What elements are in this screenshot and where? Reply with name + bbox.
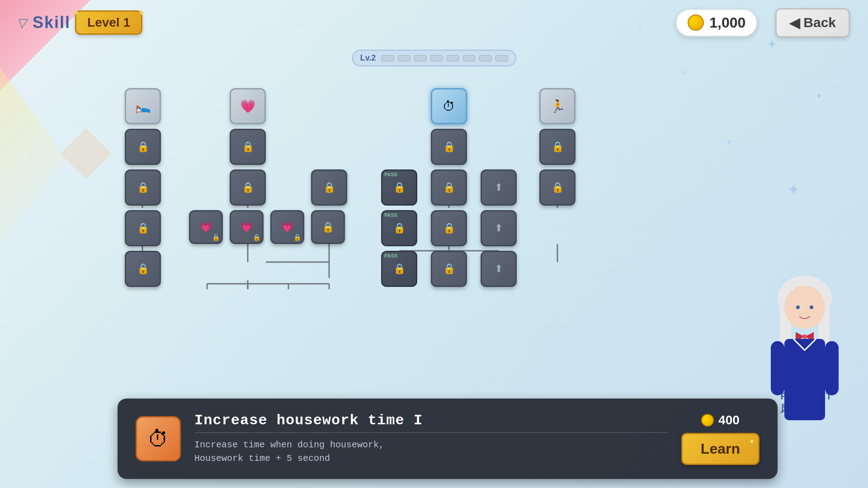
cost-display: 400 — [701, 413, 740, 427]
xp-segment-3 — [414, 55, 426, 61]
skill-node-locked-1-2[interactable]: 🔒 — [230, 169, 266, 206]
skill-node-pass-3-0[interactable]: PASS 🔒 — [381, 169, 417, 206]
svg-point-33 — [796, 305, 800, 309]
lock-icon: 🔒 — [552, 182, 564, 193]
skill-node-locked-4-2b[interactable]: 🔒 — [539, 169, 576, 206]
coin-icon — [688, 14, 704, 31]
skill-node-pass-4-0[interactable]: PASS 🔒 — [381, 210, 417, 246]
skill-node-timer[interactable]: ⏱ — [431, 88, 467, 124]
skill-node-locked-0-2[interactable]: 🔒 — [125, 169, 161, 206]
skill-icon-large: ⏱ — [136, 416, 181, 461]
xp-segment-6 — [462, 55, 475, 61]
lock-icon: 🔒 — [443, 263, 455, 275]
star-icon: + — [726, 136, 732, 149]
skill-node-locked-3-2[interactable]: 🔒 — [431, 169, 467, 206]
info-panel: ⏱ Increase housework time I Increase tim… — [118, 399, 778, 479]
star-icon: + — [682, 68, 687, 77]
timer-large-icon: ⏱ — [147, 427, 169, 451]
up-icon: ⬆ — [495, 222, 503, 234]
lock-icon: 🔒 — [242, 182, 254, 193]
lock-icon: 🔒 — [137, 141, 149, 153]
skill-node-sleep[interactable]: 🛌 — [125, 88, 161, 124]
heart-icon: 💗 — [240, 99, 256, 114]
skill-node-locked-2-3[interactable]: 🔒 — [311, 210, 345, 244]
skill-node-locked-4-1[interactable]: 🔒 — [539, 129, 576, 165]
skill-node-locked-5-3[interactable]: ⬆ — [481, 251, 517, 287]
xp-segment-2 — [397, 55, 410, 61]
xp-bar: Lv.2 — [352, 50, 516, 66]
lock-icon: 🔒 — [443, 141, 455, 153]
lock-icon: 🔒 — [242, 141, 254, 153]
back-arrow-icon: ◀ — [789, 15, 800, 31]
skill-info: Increase housework time I Increase time … — [194, 412, 668, 465]
skill-node-locked-3-1[interactable]: 🔒 — [431, 129, 467, 165]
skill-node-heart-3-0[interactable]: 💗 🔒 — [189, 210, 223, 244]
lv-label: Lv.2 — [360, 53, 376, 63]
skill-name: Increase housework time I — [194, 412, 668, 429]
skill-node-locked-0-3[interactable]: 🔒 — [125, 210, 161, 246]
timer-icon: ⏱ — [443, 99, 455, 114]
back-button[interactable]: ◀ Back — [775, 8, 850, 38]
heart-icon: 💗 — [241, 221, 253, 233]
lock-icon: 🔒 — [137, 263, 149, 275]
heart-icon: 💗 — [200, 221, 212, 233]
star-icon: ✦ — [787, 181, 800, 199]
back-label: Back — [803, 15, 836, 30]
xp-segment-5 — [446, 55, 459, 61]
lock-icon: 🔒 — [393, 222, 406, 234]
star-icon: ✦ — [815, 90, 823, 101]
lock-overlay-icon: 🔒 — [253, 234, 260, 241]
running-icon: 🏃 — [550, 99, 566, 114]
skill-node-locked-0-1[interactable]: 🔒 — [125, 129, 161, 165]
skill-node-heart[interactable]: 💗 — [230, 88, 266, 124]
skill-node-locked-4-3[interactable]: ⬆ — [481, 210, 517, 246]
bg-decoration-diamond — [60, 128, 111, 179]
header: ▽ Skill Level 1 1,000 ◀ Back — [0, 0, 868, 45]
svg-point-34 — [810, 305, 813, 309]
skill-node-pass-5-0[interactable]: PASS 🔒 — [381, 251, 417, 287]
skill-node-heart-3-2[interactable]: 💗 🔒 — [270, 210, 304, 244]
pass-label: PASS — [384, 253, 397, 258]
skill-node-heart-3-1[interactable]: 💗 🔒 — [230, 210, 264, 244]
xp-segment-8 — [495, 55, 508, 61]
skill-desc-line1: Increase time when doing housework, — [194, 440, 384, 450]
lock-icon: 🔒 — [323, 182, 335, 193]
skill-title-section: ▽ Skill Level 1 — [18, 10, 142, 35]
skill-node-locked-5-2[interactable]: 🔒 — [431, 251, 467, 287]
pass-label: PASS — [384, 172, 397, 177]
skill-label: Skill — [33, 13, 71, 32]
skill-node-locked-0-4[interactable]: 🔒 — [125, 251, 161, 287]
level-badge[interactable]: Level 1 — [75, 10, 142, 35]
lock-icon: 🔒 — [393, 182, 406, 193]
cost-coin-icon — [701, 414, 714, 427]
skill-node-locked-4-2[interactable]: 🔒 — [431, 210, 467, 246]
svg-rect-37 — [771, 341, 784, 395]
character-illustration — [760, 262, 850, 425]
currency-amount: 1,000 — [709, 14, 745, 31]
skill-node-locked-2-2[interactable]: 🔒 — [311, 169, 347, 206]
pass-label: PASS — [384, 212, 397, 218]
lock-overlay-icon: 🔒 — [293, 234, 301, 241]
lock-icon: 🔒 — [393, 263, 406, 275]
skill-node-running[interactable]: 🏃 — [539, 88, 576, 124]
skill-node-locked-1-1[interactable]: 🔒 — [230, 129, 266, 165]
lock-icon: 🔒 — [322, 221, 334, 233]
lock-icon: 🔒 — [443, 182, 455, 193]
skill-desc: Increase time when doing housework, Hous… — [194, 438, 668, 465]
lock-overlay-icon: 🔒 — [212, 234, 220, 241]
heart-icon: 💗 — [281, 221, 293, 233]
skill-node-locked-3-3[interactable]: ⬆ — [481, 169, 517, 206]
skill-divider — [194, 432, 668, 433]
lock-icon: 🔒 — [137, 182, 149, 193]
up-icon: ⬆ — [495, 182, 503, 193]
cost-amount: 400 — [718, 413, 740, 427]
svg-point-35 — [802, 334, 807, 339]
lock-icon: 🔒 — [443, 222, 455, 234]
learn-section: 400 Learn — [681, 413, 760, 465]
skill-arrow-icon: ▽ — [17, 15, 29, 30]
lock-icon: 🔒 — [552, 141, 564, 153]
currency-display: 1,000 — [676, 9, 757, 37]
learn-button[interactable]: Learn — [681, 433, 760, 465]
xp-segment-7 — [479, 55, 491, 61]
skill-desc-line2: Housework time + 5 second — [194, 453, 330, 464]
